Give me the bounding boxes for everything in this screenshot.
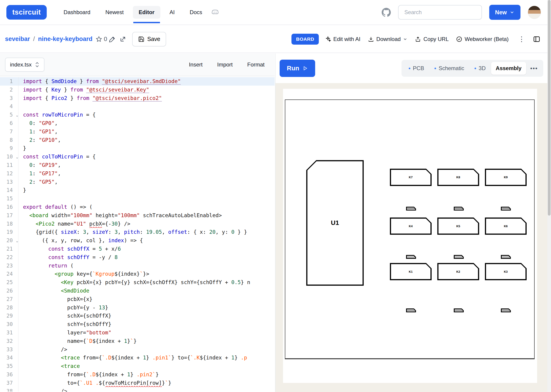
nav-item-editor[interactable]: Editor bbox=[133, 6, 160, 19]
key-k2[interactable]: K2 bbox=[437, 263, 479, 280]
webworker-beta--button[interactable]: Webworker (Beta) bbox=[452, 33, 512, 45]
line-number: 12 bbox=[0, 169, 18, 178]
diode[interactable] bbox=[501, 207, 511, 210]
diode[interactable] bbox=[454, 207, 464, 210]
github-icon[interactable] bbox=[382, 8, 391, 17]
code-line[interactable]: 20⌄ ({ x, y, row, col }, index) => { bbox=[0, 236, 275, 245]
code-line[interactable]: 12 1: "GP17", bbox=[0, 169, 275, 178]
diode[interactable] bbox=[454, 255, 464, 259]
code-line[interactable]: 8 2: "GP10", bbox=[0, 136, 275, 144]
code-line[interactable]: 2import { Key } from "@tsci/seveibar.Key… bbox=[0, 86, 275, 94]
diode[interactable] bbox=[501, 255, 511, 259]
breadcrumb-project[interactable]: nine-key-keyboard bbox=[38, 35, 93, 42]
code-line[interactable]: 33 /> bbox=[0, 345, 275, 354]
code-line[interactable]: 25 <Key pcbX={x} pcbY={y} schX={schOffX}… bbox=[0, 278, 275, 287]
code-line[interactable]: 13 2: "GP5", bbox=[0, 178, 275, 186]
code-line[interactable]: 27 pcbX={x} bbox=[0, 295, 275, 303]
star-group[interactable]: 0 bbox=[96, 35, 107, 42]
key-k8[interactable]: K8 bbox=[437, 169, 479, 186]
key-k1[interactable]: K1 bbox=[390, 263, 432, 280]
code-line[interactable]: 15 bbox=[0, 194, 275, 203]
new-button[interactable]: New bbox=[489, 5, 521, 20]
scrollbar-thumb[interactable] bbox=[548, 0, 551, 216]
save-button[interactable]: Save bbox=[132, 32, 166, 46]
chip-u1[interactable]: U1 bbox=[306, 160, 364, 286]
key-k5[interactable]: K5 bbox=[437, 217, 479, 235]
code-line[interactable]: 18 <Pico2 name="U1" pcbX={-30} /> bbox=[0, 220, 275, 228]
code-line[interactable]: 17 <board width="100mm" height="100mm" s… bbox=[0, 211, 275, 220]
menu-insert[interactable]: Insert bbox=[184, 59, 208, 70]
code-line[interactable]: 9} bbox=[0, 144, 275, 153]
copy-url-button[interactable]: Copy URL bbox=[411, 33, 452, 45]
avatar[interactable] bbox=[528, 6, 541, 19]
code-line[interactable]: 21 const schOffX = 5 + x/6 bbox=[0, 245, 275, 253]
code-line[interactable]: 37 to={`.U1 .${rowToMicroPin[row]}`} bbox=[0, 379, 275, 387]
code-line[interactable]: 34 <trace from={`.D${index + 1} .pin1`} … bbox=[0, 354, 275, 362]
code-line[interactable]: 6 0: "GP0", bbox=[0, 119, 275, 127]
code-line[interactable]: 36 from={`.D${index + 1} .pin2`} bbox=[0, 370, 275, 379]
assembly-canvas[interactable]: U1 K7K8K9K4K5K6K1K2K3 bbox=[275, 83, 547, 392]
code-line[interactable]: 38 /> bbox=[0, 387, 275, 392]
search-input[interactable] bbox=[398, 5, 482, 20]
discord-icon[interactable] bbox=[211, 8, 219, 16]
code-line[interactable]: 3import { Pico2 } from "@tsci/seveibar.p… bbox=[0, 94, 275, 102]
breadcrumb-owner[interactable]: seveibar bbox=[5, 35, 30, 42]
code-line[interactable]: 30 schY={schOffY} bbox=[0, 320, 275, 329]
menu-import[interactable]: Import bbox=[212, 59, 238, 70]
code-line[interactable]: 31 layer="bottom" bbox=[0, 329, 275, 337]
nav-item-dashboard[interactable]: Dashboard bbox=[58, 6, 96, 19]
key-k7[interactable]: K7 bbox=[390, 169, 432, 186]
code-line[interactable]: 29 schX={schOffX} bbox=[0, 312, 275, 320]
code-line[interactable]: 19 {grid({ sizeX: 3, sizeY: 3, pitch: 19… bbox=[0, 228, 275, 236]
diode[interactable] bbox=[501, 308, 511, 312]
fold-arrow-icon[interactable]: ⌄ bbox=[16, 237, 18, 245]
key-k9[interactable]: K9 bbox=[485, 169, 527, 186]
key-k6[interactable]: K6 bbox=[485, 217, 527, 235]
tab-schematic[interactable]: ●Schematic bbox=[429, 62, 469, 75]
code-line[interactable]: 23 return ( bbox=[0, 262, 275, 270]
run-button[interactable]: Run bbox=[279, 60, 315, 77]
edit-with-ai-button[interactable]: Edit with AI bbox=[321, 33, 364, 45]
open-external-button[interactable] bbox=[118, 34, 128, 44]
code-line[interactable]: 11 0: "GP19", bbox=[0, 161, 275, 169]
code-line[interactable]: 1import { SmdDiode } from "@tsci/seveiba… bbox=[0, 77, 275, 86]
key-k4[interactable]: K4 bbox=[390, 217, 432, 235]
tab-assembly[interactable]: Assembly bbox=[491, 62, 526, 75]
code-line[interactable]: 24 <group key={`Kgroup${index}`}> bbox=[0, 270, 275, 278]
diode[interactable] bbox=[406, 308, 416, 312]
edit-pencil-button[interactable] bbox=[107, 34, 118, 44]
tabs-more-button[interactable]: ••• bbox=[527, 65, 541, 72]
file-select[interactable]: index.tsx bbox=[5, 58, 44, 72]
code-line[interactable]: 14} bbox=[0, 186, 275, 194]
code-line[interactable]: 26 <SmdDiode bbox=[0, 287, 275, 295]
code-editor[interactable]: 1import { SmdDiode } from "@tsci/seveiba… bbox=[0, 76, 275, 392]
nav-item-docs[interactable]: Docs bbox=[184, 6, 208, 19]
tab-pcb[interactable]: ●PCB bbox=[404, 62, 429, 75]
code-line[interactable]: 28 pcbY={y - 13} bbox=[0, 303, 275, 312]
code-line[interactable]: 32 name={`D${index + 1}`} bbox=[0, 337, 275, 345]
nav-item-ai[interactable]: AI bbox=[164, 6, 181, 19]
fold-arrow-icon[interactable]: ⌄ bbox=[16, 111, 18, 119]
code-line[interactable]: 4 bbox=[0, 102, 275, 111]
fold-arrow-icon[interactable]: ⌄ bbox=[16, 153, 18, 161]
diode[interactable] bbox=[406, 207, 416, 210]
nav-item-newest[interactable]: Newest bbox=[100, 6, 130, 19]
code-line[interactable]: 16export default () => ( bbox=[0, 203, 275, 211]
download-button[interactable]: Download bbox=[364, 33, 411, 45]
window-scrollbar[interactable] bbox=[547, 0, 551, 392]
code-line[interactable]: 7 1: "GP1", bbox=[0, 127, 275, 136]
editor-toolbar: index.tsx InsertImportFormat bbox=[0, 54, 275, 76]
menu-format[interactable]: Format bbox=[242, 59, 270, 70]
code-line[interactable]: 22 const schOffY = -y / 8 bbox=[0, 253, 275, 262]
code-line[interactable]: 5⌄const rowToMicroPin = { bbox=[0, 111, 275, 119]
board-badge[interactable]: BOARD bbox=[292, 34, 319, 45]
diode[interactable] bbox=[454, 308, 464, 312]
tab-3d[interactable]: ●3D bbox=[470, 62, 490, 75]
diode[interactable] bbox=[406, 255, 416, 259]
tscircuit-logo[interactable]: tscircuit bbox=[6, 5, 47, 20]
code-line[interactable]: 35 <trace bbox=[0, 362, 275, 370]
more-options-button[interactable]: ⋮ bbox=[515, 34, 529, 44]
panel-toggle-button[interactable] bbox=[531, 34, 542, 45]
code-line[interactable]: 10⌄const colToMicroPin = { bbox=[0, 153, 275, 161]
key-k3[interactable]: K3 bbox=[485, 263, 527, 280]
